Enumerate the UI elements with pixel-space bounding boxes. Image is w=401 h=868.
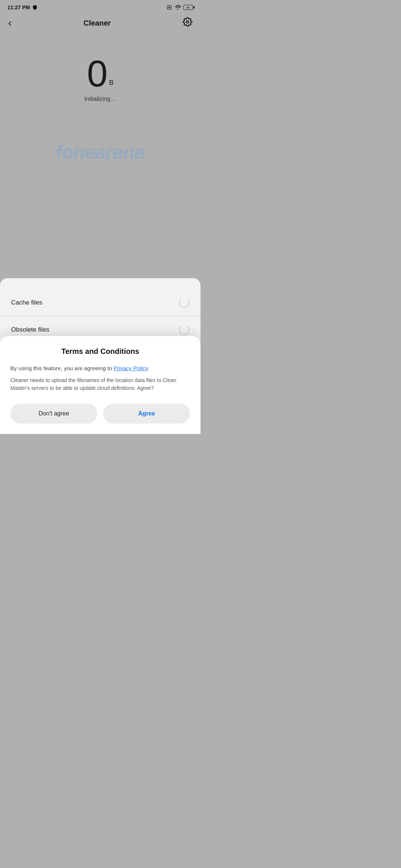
main-content: 0 B Initializing… [0, 33, 200, 117]
gear-icon [183, 17, 192, 27]
terms-description: Cleaner needs to upload the filenames of… [10, 377, 190, 392]
battery-icon: 91 [183, 5, 193, 10]
terms-body: By using this feature, you are agreeing … [10, 364, 190, 372]
obsolete-files-label: Obsolete files [11, 326, 49, 333]
terms-title: Terms and Conditions [10, 347, 190, 356]
storage-display: 0 B [87, 55, 114, 92]
wifi-icon [175, 5, 181, 10]
back-button[interactable]: ‹ [8, 17, 12, 29]
watermark: fonearena [56, 141, 145, 163]
page-title: Cleaner [84, 19, 111, 27]
terms-body-prefix: By using this feature, you are agreeing … [10, 365, 114, 371]
storage-unit: B [109, 79, 114, 87]
agree-button[interactable]: Agree [103, 404, 190, 424]
svg-point-3 [186, 21, 189, 23]
settings-button[interactable] [183, 17, 192, 29]
status-icons: 91 [166, 5, 193, 10]
list-item[interactable]: Cache files [0, 289, 200, 316]
obsolete-spinner-icon [179, 325, 189, 335]
dont-agree-button[interactable]: Don't agree [10, 404, 97, 424]
status-text: Initializing… [84, 96, 116, 102]
status-time: 11:27 PM [7, 4, 30, 10]
terms-buttons: Don't agree Agree [10, 404, 190, 424]
shield-icon [32, 5, 38, 10]
storage-value: 0 [87, 55, 108, 92]
status-time-container: 11:27 PM [7, 4, 38, 10]
status-bar: 11:27 PM 91 [0, 0, 200, 13]
privacy-policy-link[interactable]: Privacy Policy [114, 365, 148, 371]
cache-spinner-icon [179, 297, 189, 308]
top-nav: ‹ Cleaner [0, 13, 200, 33]
terms-body-suffix: . [148, 365, 149, 371]
cache-files-label: Cache files [11, 299, 42, 306]
terms-dialog: Terms and Conditions By using this featu… [0, 336, 200, 434]
close-icon [166, 5, 172, 10]
